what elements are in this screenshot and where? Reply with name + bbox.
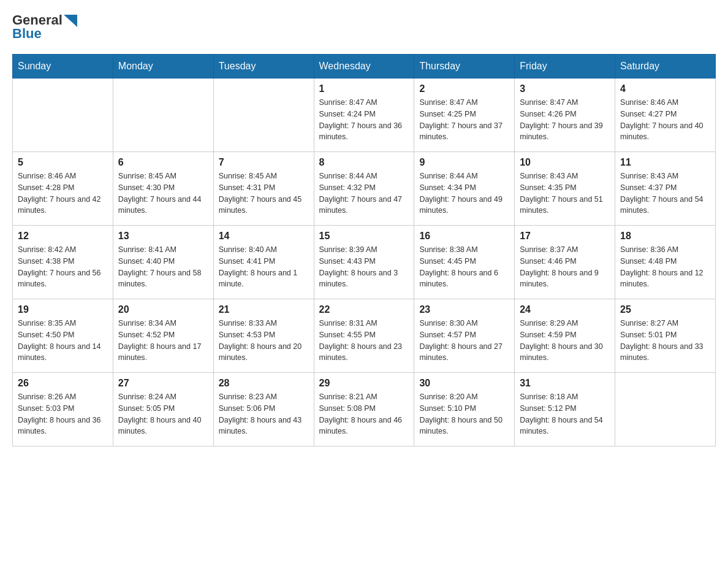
calendar-week-3: 12 Sunrise: 8:42 AM Sunset: 4:38 PM Dayl… [13,226,716,299]
day-number: 16 [419,231,509,242]
day-info: Sunrise: 8:44 AM Sunset: 4:34 PM Dayligh… [419,170,509,216]
calendar-cell: 29 Sunrise: 8:21 AM Sunset: 5:08 PM Dayl… [314,373,414,446]
day-number: 21 [219,304,309,315]
calendar-cell [213,79,314,152]
day-info: Sunrise: 8:46 AM Sunset: 4:28 PM Dayligh… [18,170,108,216]
day-number: 19 [18,304,108,315]
col-header-monday: Monday [113,55,213,79]
col-header-wednesday: Wednesday [314,55,414,79]
day-number: 3 [520,83,610,94]
day-info: Sunrise: 8:41 AM Sunset: 4:40 PM Dayligh… [118,244,208,290]
calendar-table: SundayMondayTuesdayWednesdayThursdayFrid… [12,54,716,446]
day-info: Sunrise: 8:44 AM Sunset: 4:32 PM Dayligh… [319,170,409,216]
day-number: 13 [118,231,208,242]
day-number: 8 [319,157,409,168]
day-info: Sunrise: 8:27 AM Sunset: 5:01 PM Dayligh… [620,318,710,364]
day-number: 5 [18,157,108,168]
day-info: Sunrise: 8:45 AM Sunset: 4:31 PM Dayligh… [219,170,309,216]
day-number: 9 [419,157,509,168]
day-info: Sunrise: 8:30 AM Sunset: 4:57 PM Dayligh… [419,318,509,364]
day-info: Sunrise: 8:39 AM Sunset: 4:43 PM Dayligh… [319,244,409,290]
day-info: Sunrise: 8:40 AM Sunset: 4:41 PM Dayligh… [219,244,309,290]
day-number: 11 [620,157,710,168]
col-header-friday: Friday [515,55,615,79]
logo: General Blue [12,12,77,42]
calendar-cell: 25 Sunrise: 8:27 AM Sunset: 5:01 PM Dayl… [615,299,716,373]
calendar-cell: 26 Sunrise: 8:26 AM Sunset: 5:03 PM Dayl… [13,373,113,446]
calendar-cell: 18 Sunrise: 8:36 AM Sunset: 4:48 PM Dayl… [615,226,716,299]
day-info: Sunrise: 8:43 AM Sunset: 4:35 PM Dayligh… [520,170,610,216]
page-header: General Blue [12,12,716,42]
day-number: 15 [319,231,409,242]
calendar-cell: 16 Sunrise: 8:38 AM Sunset: 4:45 PM Dayl… [414,226,515,299]
calendar-cell: 2 Sunrise: 8:47 AM Sunset: 4:25 PM Dayli… [414,79,515,152]
calendar-cell: 20 Sunrise: 8:34 AM Sunset: 4:52 PM Dayl… [113,299,213,373]
calendar-header-row: SundayMondayTuesdayWednesdayThursdayFrid… [13,55,716,79]
day-number: 30 [419,378,509,389]
calendar-cell: 28 Sunrise: 8:23 AM Sunset: 5:06 PM Dayl… [213,373,314,446]
calendar-cell: 17 Sunrise: 8:37 AM Sunset: 4:46 PM Dayl… [515,226,615,299]
day-number: 1 [319,83,409,94]
calendar-cell: 22 Sunrise: 8:31 AM Sunset: 4:55 PM Dayl… [314,299,414,373]
calendar-cell: 9 Sunrise: 8:44 AM Sunset: 4:34 PM Dayli… [414,152,515,226]
day-number: 31 [520,378,610,389]
day-info: Sunrise: 8:47 AM Sunset: 4:26 PM Dayligh… [520,97,610,143]
day-number: 28 [219,378,309,389]
calendar-cell: 8 Sunrise: 8:44 AM Sunset: 4:32 PM Dayli… [314,152,414,226]
day-info: Sunrise: 8:20 AM Sunset: 5:10 PM Dayligh… [419,391,509,437]
calendar-cell: 15 Sunrise: 8:39 AM Sunset: 4:43 PM Dayl… [314,226,414,299]
calendar-week-4: 19 Sunrise: 8:35 AM Sunset: 4:50 PM Dayl… [13,299,716,373]
day-info: Sunrise: 8:26 AM Sunset: 5:03 PM Dayligh… [18,391,108,437]
calendar-cell: 6 Sunrise: 8:45 AM Sunset: 4:30 PM Dayli… [113,152,213,226]
day-info: Sunrise: 8:45 AM Sunset: 4:30 PM Dayligh… [118,170,208,216]
day-info: Sunrise: 8:21 AM Sunset: 5:08 PM Dayligh… [319,391,409,437]
day-info: Sunrise: 8:33 AM Sunset: 4:53 PM Dayligh… [219,318,309,364]
calendar-cell: 3 Sunrise: 8:47 AM Sunset: 4:26 PM Dayli… [515,79,615,152]
calendar-cell: 27 Sunrise: 8:24 AM Sunset: 5:05 PM Dayl… [113,373,213,446]
day-number: 17 [520,231,610,242]
calendar-week-2: 5 Sunrise: 8:46 AM Sunset: 4:28 PM Dayli… [13,152,716,226]
day-number: 26 [18,378,108,389]
day-number: 2 [419,83,509,94]
day-info: Sunrise: 8:37 AM Sunset: 4:46 PM Dayligh… [520,244,610,290]
day-info: Sunrise: 8:42 AM Sunset: 4:38 PM Dayligh… [18,244,108,290]
calendar-cell: 19 Sunrise: 8:35 AM Sunset: 4:50 PM Dayl… [13,299,113,373]
day-info: Sunrise: 8:34 AM Sunset: 4:52 PM Dayligh… [118,318,208,364]
calendar-cell: 14 Sunrise: 8:40 AM Sunset: 4:41 PM Dayl… [213,226,314,299]
day-number: 10 [520,157,610,168]
calendar-cell: 11 Sunrise: 8:43 AM Sunset: 4:37 PM Dayl… [615,152,716,226]
col-header-saturday: Saturday [615,55,716,79]
day-number: 14 [219,231,309,242]
calendar-cell: 21 Sunrise: 8:33 AM Sunset: 4:53 PM Dayl… [213,299,314,373]
calendar-cell [113,79,213,152]
day-info: Sunrise: 8:35 AM Sunset: 4:50 PM Dayligh… [18,318,108,364]
day-number: 7 [219,157,309,168]
day-info: Sunrise: 8:24 AM Sunset: 5:05 PM Dayligh… [118,391,208,437]
calendar-week-5: 26 Sunrise: 8:26 AM Sunset: 5:03 PM Dayl… [13,373,716,446]
svg-marker-0 [64,15,77,27]
day-number: 27 [118,378,208,389]
day-info: Sunrise: 8:43 AM Sunset: 4:37 PM Dayligh… [620,170,710,216]
calendar-cell: 12 Sunrise: 8:42 AM Sunset: 4:38 PM Dayl… [13,226,113,299]
day-number: 6 [118,157,208,168]
day-info: Sunrise: 8:46 AM Sunset: 4:27 PM Dayligh… [620,97,710,143]
day-info: Sunrise: 8:18 AM Sunset: 5:12 PM Dayligh… [520,391,610,437]
day-info: Sunrise: 8:38 AM Sunset: 4:45 PM Dayligh… [419,244,509,290]
calendar-cell: 7 Sunrise: 8:45 AM Sunset: 4:31 PM Dayli… [213,152,314,226]
calendar-cell: 24 Sunrise: 8:29 AM Sunset: 4:59 PM Dayl… [515,299,615,373]
day-number: 24 [520,304,610,315]
day-number: 20 [118,304,208,315]
calendar-cell: 13 Sunrise: 8:41 AM Sunset: 4:40 PM Dayl… [113,226,213,299]
day-info: Sunrise: 8:31 AM Sunset: 4:55 PM Dayligh… [319,318,409,364]
calendar-cell [13,79,113,152]
day-info: Sunrise: 8:23 AM Sunset: 5:06 PM Dayligh… [219,391,309,437]
calendar-cell [615,373,716,446]
logo-triangle-icon [64,15,77,27]
day-info: Sunrise: 8:47 AM Sunset: 4:24 PM Dayligh… [319,97,409,143]
day-info: Sunrise: 8:36 AM Sunset: 4:48 PM Dayligh… [620,244,710,290]
col-header-tuesday: Tuesday [213,55,314,79]
day-number: 29 [319,378,409,389]
day-info: Sunrise: 8:29 AM Sunset: 4:59 PM Dayligh… [520,318,610,364]
calendar-cell: 10 Sunrise: 8:43 AM Sunset: 4:35 PM Dayl… [515,152,615,226]
calendar-cell: 23 Sunrise: 8:30 AM Sunset: 4:57 PM Dayl… [414,299,515,373]
